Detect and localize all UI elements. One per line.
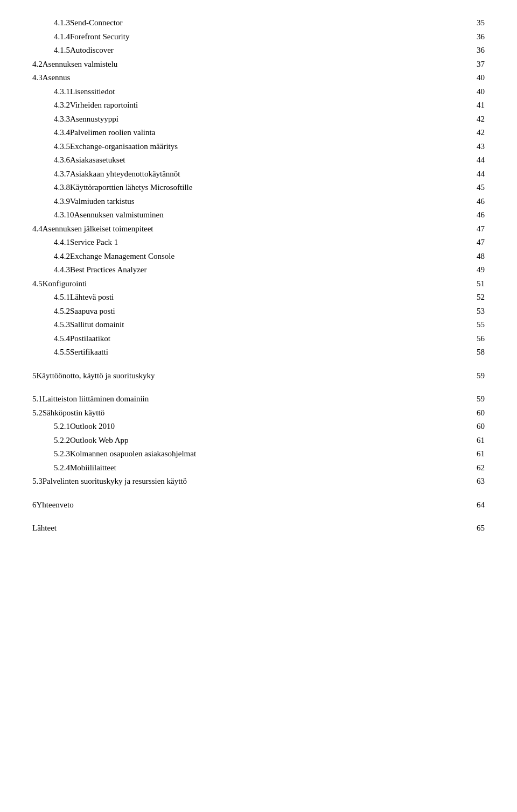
entry-title: Postilaatikot: [70, 332, 463, 346]
entry-page: 47: [463, 222, 485, 236]
toc-entry: 4.1.5 Autodiscover 36: [32, 44, 485, 58]
entry-title: Exchange-organisaation määritys: [70, 140, 463, 154]
entry-number: 4.5.2: [54, 305, 70, 319]
toc-entry: 4.4.2 Exchange Management Console 48: [32, 250, 485, 264]
entry-page: 53: [463, 305, 485, 319]
entry-number: 4.2: [32, 58, 43, 72]
entry-title: Exchange Management Console: [70, 250, 463, 264]
entry-left: 4.5.4 Postilaatikot: [54, 332, 463, 346]
toc-entry: 4.5.3 Sallitut domainit 55: [32, 318, 485, 332]
entry-number: 5.2.3: [54, 447, 70, 461]
entry-page: 45: [463, 181, 485, 195]
entry-title: Outlook 2010: [70, 420, 463, 434]
toc-entry: 4.3.5 Exchange-organisaation määritys 43: [32, 140, 485, 154]
entry-title: Autodiscover: [70, 44, 463, 58]
entry-number: 4.5.3: [54, 318, 70, 332]
entry-number: 4.1.4: [54, 30, 70, 44]
entry-title: Sallitut domainit: [70, 318, 463, 332]
entry-left: 5.3 Palvelinten suorituskyky ja resurssi…: [32, 475, 463, 489]
entry-page: 55: [463, 318, 485, 332]
entry-number: Lähteet: [32, 521, 57, 535]
entry-page: 41: [463, 98, 485, 112]
entry-number: 5.2: [32, 406, 43, 420]
entry-title: Palvelinten suorituskyky ja resurssien k…: [43, 475, 463, 489]
entry-title: Lähtevä posti: [70, 291, 463, 305]
entry-title: Best Practices Analyzer: [70, 263, 463, 277]
entry-left: 4.1.3 Send-Connector: [54, 16, 463, 30]
entry-page: 40: [463, 85, 485, 99]
toc-entry: 4.1.3 Send-Connector 35: [32, 16, 485, 30]
entry-number: 5.2.4: [54, 461, 70, 475]
toc-entry: 4.3 Asennus 40: [32, 71, 485, 85]
entry-left: 5 Käyttöönotto, käyttö ja suorituskyky: [32, 369, 463, 383]
toc-entry: 4.5.5 Sertifikaatti 58: [32, 345, 485, 359]
toc-entry: 4.3.8 Käyttöraporttien lähetys Microsoft…: [32, 181, 485, 195]
entry-title: Käyttöönotto, käyttö ja suorituskyky: [37, 369, 464, 383]
entry-page: 42: [463, 112, 485, 126]
entry-left: 4.4.2 Exchange Management Console: [54, 250, 463, 264]
entry-title: Asennuksen jälkeiset toimenpiteet: [43, 222, 463, 236]
entry-number: 5.3: [32, 475, 43, 489]
toc-entry: 4.1.4 Forefront Security 36: [32, 30, 485, 44]
entry-left: 4.2 Asennuksen valmistelu: [32, 58, 463, 72]
entry-number: 4.3.5: [54, 140, 70, 154]
toc-entry: 4.3.4 Palvelimen roolien valinta 42: [32, 126, 485, 140]
entry-page: 62: [463, 461, 485, 475]
toc-entry: 4.3.9 Valmiuden tarkistus 46: [32, 195, 485, 209]
entry-left: 4.3.1 Lisenssitiedot: [54, 85, 463, 99]
entry-number: 4.5.1: [54, 291, 70, 305]
entry-left: 4.3.8 Käyttöraporttien lähetys Microsoft…: [54, 181, 463, 195]
toc-entry: 4.5.4 Postilaatikot 56: [32, 332, 485, 346]
entry-number: 4.3: [32, 71, 43, 85]
entry-title: Käyttöraporttien lähetys Microsoftille: [70, 181, 463, 195]
entry-left: 4.3.6 Asiakasasetukset: [54, 153, 463, 167]
entry-left: 4.3.3 Asennustyyppi: [54, 112, 463, 126]
entry-page: 47: [463, 236, 485, 250]
entry-page: 61: [463, 434, 485, 448]
entry-number: 4.3.2: [54, 98, 70, 112]
entry-title: Konfigurointi: [43, 277, 463, 291]
entry-left: 5.2.3 Kolmannen osapuolen asiakasohjelma…: [54, 447, 463, 461]
toc-entry: 4.3.7 Asiakkaan yhteydenottokäytännöt 44: [32, 167, 485, 181]
toc-entry: 5.3 Palvelinten suorituskyky ja resurssi…: [32, 475, 485, 489]
table-of-contents: 4.1.3 Send-Connector 35 4.1.4 Forefront …: [32, 16, 485, 535]
entry-title: Virheiden raportointi: [70, 98, 463, 112]
entry-page: 35: [463, 16, 485, 30]
entry-page: 42: [463, 126, 485, 140]
entry-title: Asiakkaan yhteydenottokäytännöt: [70, 167, 463, 181]
entry-page: 63: [463, 475, 485, 489]
entry-page: 60: [463, 406, 485, 420]
entry-page: 48: [463, 250, 485, 264]
entry-page: 56: [463, 332, 485, 346]
entry-title: Forefront Security: [70, 30, 463, 44]
entry-number: 6: [32, 498, 37, 512]
entry-page: 44: [463, 167, 485, 181]
entry-title: Kolmannen osapuolen asiakasohjelmat: [70, 447, 463, 461]
entry-page: 51: [463, 277, 485, 291]
entry-title: Palvelimen roolien valinta: [70, 126, 463, 140]
entry-left: 4.1.5 Autodiscover: [54, 44, 463, 58]
entry-title: Valmiuden tarkistus: [70, 195, 463, 209]
toc-entry: 5.2 Sähköpostin käyttö 60: [32, 406, 485, 420]
entry-left: 4.3 Asennus: [32, 71, 463, 85]
toc-entry: 5.2.2 Outlook Web App 61: [32, 434, 485, 448]
entry-title: Asennuksen valmistelu: [43, 58, 463, 72]
entry-number: 4.3.3: [54, 112, 70, 126]
entry-title: Service Pack 1: [70, 236, 463, 250]
entry-number: 4.3.1: [54, 85, 70, 99]
entry-number: 4.4.3: [54, 263, 70, 277]
entry-page: 36: [463, 44, 485, 58]
entry-number: 4.5.5: [54, 345, 70, 359]
entry-page: 64: [463, 498, 485, 512]
toc-entry: 4.3.1 Lisenssitiedot 40: [32, 85, 485, 99]
entry-number: 4.3.6: [54, 153, 70, 167]
entry-page: 61: [463, 447, 485, 461]
entry-left: 4.5 Konfigurointi: [32, 277, 463, 291]
entry-number: 4.4.2: [54, 250, 70, 264]
entry-title: Laitteiston liittäminen domainiin: [43, 392, 463, 406]
toc-entry: 4.3.10 Asennuksen valmistuminen 46: [32, 208, 485, 222]
entry-number: 5: [32, 369, 37, 383]
toc-entry: 5 Käyttöönotto, käyttö ja suorituskyky 5…: [32, 369, 485, 383]
entry-left: 5.1 Laitteiston liittäminen domainiin: [32, 392, 463, 406]
entry-title: Outlook Web App: [70, 434, 463, 448]
